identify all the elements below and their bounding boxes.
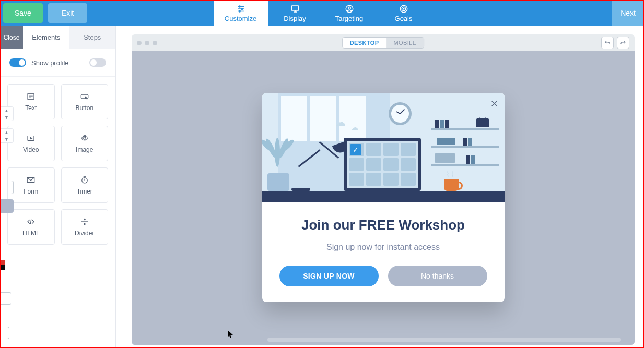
video-icon [25, 134, 37, 143]
monitor-icon [290, 4, 300, 14]
element-label: Video [23, 146, 39, 153]
element-timer[interactable]: Timer [61, 167, 109, 203]
nav-label: Goals [395, 15, 413, 22]
text-icon [25, 92, 37, 101]
redo-button[interactable] [617, 37, 629, 49]
nav-label: Display [284, 15, 306, 22]
svg-point-5 [239, 10, 240, 12]
device-toggle: DESKTOP MOBILE [342, 37, 425, 49]
divider-icon [78, 217, 91, 226]
popup-hero-illustration: ☁ ☁ [262, 93, 505, 202]
svg-point-13 [403, 8, 404, 9]
element-divider[interactable]: Divider [61, 209, 109, 245]
sidebar-close-tab[interactable]: Close [0, 26, 23, 49]
element-form[interactable]: Form [7, 167, 55, 203]
element-label: HTML [22, 230, 40, 237]
profile-toggle-left[interactable] [9, 58, 26, 67]
element-label: Button [75, 104, 93, 112]
check-icon: ✓ [350, 144, 361, 155]
undo-button[interactable] [601, 37, 614, 49]
horizontal-scrollbar[interactable] [267, 338, 621, 342]
element-button[interactable]: Button [61, 84, 109, 119]
partial-field[interactable] [0, 181, 14, 194]
top-bar: Save Exit Customize Display Targeting G [0, 0, 644, 26]
browser-chrome: DESKTOP MOBILE [132, 34, 635, 51]
clock-icon [389, 102, 412, 125]
cursor-icon [228, 330, 234, 339]
element-label: Image [76, 146, 93, 153]
show-profile-toggle[interactable] [89, 58, 106, 67]
form-icon [25, 175, 37, 185]
sidebar: Close Elements Steps Show profile ▲▼ ▲▼ … [0, 26, 116, 348]
bullseye-icon [399, 4, 408, 14]
svg-rect-6 [291, 6, 299, 10]
color-swatch-small[interactable] [0, 260, 5, 270]
partial-button[interactable] [0, 292, 11, 305]
target-user-icon [345, 4, 354, 14]
svg-point-22 [84, 137, 86, 140]
stepper-control[interactable]: ▲▼ [0, 128, 14, 143]
element-image[interactable]: Image [61, 126, 109, 161]
button-icon [78, 92, 91, 101]
save-button[interactable]: Save [3, 3, 43, 23]
element-html[interactable]: HTML [7, 209, 55, 245]
popup-subtitle[interactable]: Sign up now for instant access [275, 243, 492, 252]
popup-primary-button[interactable]: SIGN UP NOW [279, 266, 379, 286]
preview-area: DESKTOP MOBILE ✕ [116, 26, 644, 348]
nav-label: Targeting [335, 15, 363, 22]
close-icon[interactable]: ✕ [490, 98, 498, 110]
device-desktop[interactable]: DESKTOP [343, 38, 387, 48]
window-dots [137, 41, 157, 45]
color-swatch[interactable] [0, 199, 14, 213]
show-profile-label: Show profile [26, 59, 89, 67]
element-text[interactable]: Text [7, 84, 55, 119]
svg-point-31 [84, 223, 85, 224]
device-mobile[interactable]: MOBILE [386, 38, 424, 48]
partial-button[interactable] [0, 327, 9, 339]
nav-customize[interactable]: Customize [214, 0, 268, 26]
nav-targeting[interactable]: Targeting [322, 0, 377, 26]
elements-grid: Text Button Video Image Form Timer [0, 77, 115, 252]
sliders-icon [236, 4, 245, 14]
html-icon [25, 217, 37, 226]
svg-line-28 [31, 220, 32, 224]
svg-point-10 [348, 7, 350, 9]
sidebar-tab-steps[interactable]: Steps [69, 26, 116, 49]
cat-icon [476, 118, 489, 127]
popup-preview[interactable]: ✕ ☁ ☁ [262, 93, 505, 302]
svg-rect-18 [81, 94, 88, 99]
element-video[interactable]: Video [7, 126, 55, 161]
nav-display[interactable]: Display [268, 0, 322, 26]
sidebar-tab-elements[interactable]: Elements [23, 26, 69, 49]
next-button[interactable]: Next [612, 0, 644, 26]
element-label: Form [24, 188, 38, 195]
svg-point-3 [239, 6, 240, 7]
svg-marker-20 [31, 138, 32, 139]
exit-button[interactable]: Exit [48, 3, 87, 23]
element-label: Timer [77, 188, 92, 195]
top-nav: Customize Display Targeting Goals [214, 0, 431, 26]
popup-title[interactable]: Join our FREE Workshop [275, 217, 492, 233]
element-label: Text [25, 104, 37, 112]
stepper-control[interactable]: ▲▼ [0, 106, 14, 121]
nav-goals[interactable]: Goals [377, 0, 431, 26]
preview-canvas[interactable]: ✕ ☁ ☁ [132, 51, 635, 345]
timer-icon [78, 175, 91, 185]
image-icon [78, 134, 91, 143]
nav-label: Customize [225, 15, 256, 22]
element-label: Divider [75, 230, 94, 237]
svg-point-30 [84, 219, 85, 220]
svg-point-4 [241, 8, 242, 9]
popup-secondary-button[interactable]: No thanks [388, 266, 487, 286]
